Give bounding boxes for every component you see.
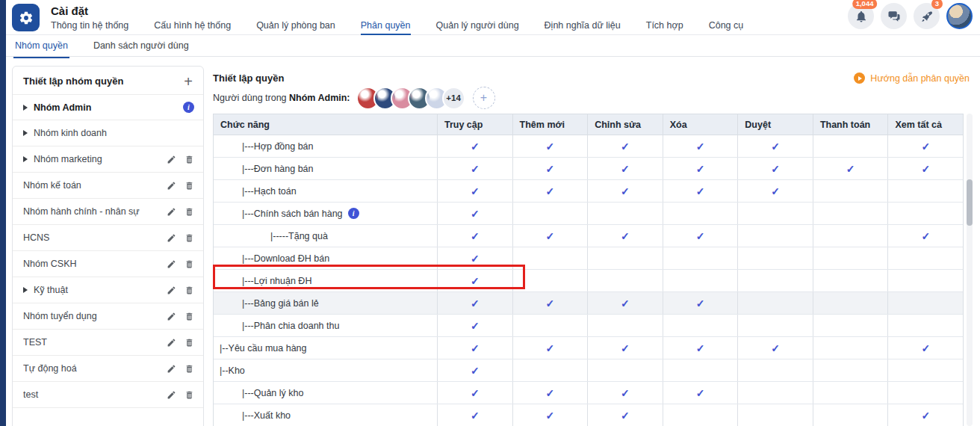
permission-cell-checked[interactable]: ✓: [588, 180, 663, 202]
permission-cell-checked[interactable]: ✓: [888, 135, 963, 157]
edit-pencil-icon[interactable]: [167, 338, 176, 348]
permission-cell-checked[interactable]: ✓: [513, 180, 589, 202]
permission-cell-empty[interactable]: [513, 270, 589, 291]
permission-cell-empty[interactable]: [738, 270, 813, 291]
add-member-button[interactable]: +: [473, 87, 495, 109]
permission-cell-empty[interactable]: [663, 203, 739, 224]
settings-tab[interactable]: Thông tin hệ thống: [51, 20, 128, 35]
permission-cell-checked[interactable]: ✓: [588, 382, 663, 404]
permission-cell-empty[interactable]: [738, 203, 813, 224]
permission-cell-empty[interactable]: [513, 247, 589, 269]
edit-pencil-icon[interactable]: [167, 285, 176, 295]
edit-pencil-icon[interactable]: [167, 364, 176, 374]
permission-cell-checked[interactable]: ✓: [438, 359, 513, 381]
permission-cell-empty[interactable]: [738, 247, 813, 269]
permission-cell-checked[interactable]: ✓: [438, 382, 513, 404]
permission-cell-checked[interactable]: ✓: [438, 404, 513, 426]
permission-cell-checked[interactable]: ✓: [513, 135, 589, 157]
settings-tab[interactable]: Quản lý phòng ban: [256, 20, 335, 35]
edit-pencil-icon[interactable]: [167, 207, 176, 217]
delete-trash-icon[interactable]: [184, 259, 194, 269]
permission-cell-checked[interactable]: ✓: [513, 337, 589, 359]
permission-cell-checked[interactable]: ✓: [663, 135, 739, 157]
permission-cell-empty[interactable]: [813, 270, 889, 291]
settings-tab[interactable]: Công cụ: [709, 20, 744, 35]
permission-cell-empty[interactable]: [813, 180, 889, 202]
permission-cell-empty[interactable]: [738, 359, 813, 381]
permission-cell-checked[interactable]: ✓: [438, 180, 513, 202]
permission-cell-checked[interactable]: ✓: [738, 337, 813, 359]
permission-cell-checked[interactable]: ✓: [813, 158, 889, 179]
whats-new-button[interactable]: 3: [914, 3, 940, 29]
permission-cell-empty[interactable]: [513, 203, 589, 224]
settings-tab[interactable]: Tích hợp: [646, 20, 683, 35]
delete-trash-icon[interactable]: [184, 181, 194, 191]
permission-cell-checked[interactable]: ✓: [888, 225, 963, 247]
notifications-button[interactable]: 1,044: [848, 3, 874, 29]
permission-cell-empty[interactable]: [888, 203, 963, 224]
permission-cell-checked[interactable]: ✓: [438, 135, 513, 157]
permission-cell-empty[interactable]: [813, 337, 889, 359]
permission-cell-empty[interactable]: [888, 270, 963, 291]
expand-caret-icon[interactable]: [23, 130, 28, 136]
settings-tab[interactable]: Định nghĩa dữ liệu: [545, 20, 621, 35]
info-icon[interactable]: i: [348, 208, 359, 219]
permission-guide-link[interactable]: Hướng dẫn phân quyền: [854, 72, 970, 84]
group-list-item[interactable]: Nhóm tuyển dụng: [13, 303, 203, 330]
permission-cell-empty[interactable]: [663, 247, 739, 269]
permission-cell-empty[interactable]: [663, 315, 739, 336]
permission-cell-checked[interactable]: ✓: [588, 225, 663, 247]
permission-cell-empty[interactable]: [738, 225, 813, 247]
permission-cell-empty[interactable]: [738, 404, 813, 426]
permission-cell-checked[interactable]: ✓: [588, 337, 663, 359]
permission-cell-empty[interactable]: [513, 315, 589, 336]
extra-members-badge[interactable]: +14: [442, 87, 465, 110]
permission-cell-empty[interactable]: [888, 359, 963, 381]
permission-cell-empty[interactable]: [813, 404, 889, 426]
permission-cell-empty[interactable]: [813, 247, 889, 269]
permission-cell-empty[interactable]: [813, 359, 889, 381]
delete-trash-icon[interactable]: [184, 285, 194, 295]
group-list-item[interactable]: Tự động hoá: [13, 356, 203, 382]
permission-cell-empty[interactable]: [888, 180, 963, 202]
permission-cell-empty[interactable]: [888, 382, 963, 404]
delete-trash-icon[interactable]: [184, 155, 194, 164]
permission-cell-empty[interactable]: [663, 359, 739, 381]
group-list-item[interactable]: Nhóm marketing: [13, 146, 203, 173]
add-group-button[interactable]: +: [184, 76, 193, 87]
permission-cell-checked[interactable]: ✓: [513, 382, 589, 404]
group-list-item[interactable]: Nhóm kinh doanh: [13, 120, 203, 146]
edit-pencil-icon[interactable]: [167, 233, 176, 243]
delete-trash-icon[interactable]: [184, 364, 194, 374]
permission-cell-checked[interactable]: ✓: [888, 404, 963, 426]
scrollbar-thumb[interactable]: [967, 179, 973, 226]
permission-cell-checked[interactable]: ✓: [663, 225, 739, 247]
permission-cell-empty[interactable]: [663, 270, 739, 291]
group-list-item[interactable]: Nhóm CSKH: [13, 251, 203, 277]
delete-trash-icon[interactable]: [184, 338, 194, 348]
permission-cell-empty[interactable]: [738, 315, 813, 336]
permission-cell-empty[interactable]: [813, 225, 889, 247]
permission-cell-checked[interactable]: ✓: [663, 158, 739, 179]
permission-cell-checked[interactable]: ✓: [588, 404, 663, 426]
group-list-item[interactable]: Nhóm Admin i: [13, 94, 203, 120]
permission-cell-empty[interactable]: [588, 247, 663, 269]
edit-pencil-icon[interactable]: [167, 390, 176, 400]
group-list-item[interactable]: test: [13, 382, 203, 408]
edit-pencil-icon[interactable]: [167, 181, 176, 191]
permission-cell-checked[interactable]: ✓: [438, 158, 513, 179]
permission-cell-checked[interactable]: ✓: [663, 382, 739, 404]
edit-pencil-icon[interactable]: [167, 259, 176, 269]
permission-cell-checked[interactable]: ✓: [438, 225, 513, 247]
expand-caret-icon[interactable]: [23, 287, 28, 293]
permission-cell-checked[interactable]: ✓: [438, 337, 513, 359]
permission-cell-empty[interactable]: [813, 292, 889, 314]
settings-tab[interactable]: Phân quyền: [361, 20, 411, 35]
permission-cell-empty[interactable]: [813, 382, 889, 404]
permission-cell-checked[interactable]: ✓: [738, 158, 813, 179]
permission-cell-checked[interactable]: ✓: [438, 270, 513, 291]
permission-cell-empty[interactable]: [738, 292, 813, 314]
permission-cell-checked[interactable]: ✓: [738, 180, 813, 202]
permission-cell-empty[interactable]: [888, 247, 963, 269]
delete-trash-icon[interactable]: [184, 207, 194, 217]
